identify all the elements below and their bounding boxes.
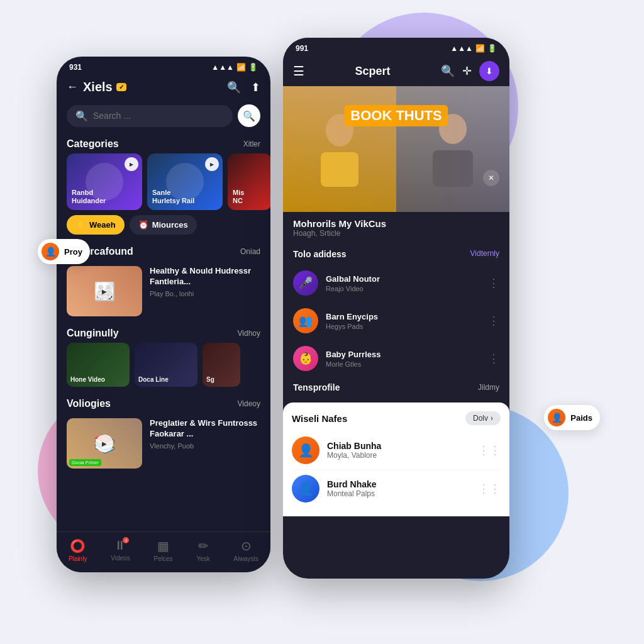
cat-card-1[interactable]: RanbdHuidander ▶ (67, 153, 142, 210)
search-icon-left[interactable]: 🔍 (227, 80, 241, 94)
white-menu-1[interactable]: ⋮⋮ (478, 443, 501, 457)
signal-icon-left: ▲▲▲ (211, 63, 234, 72)
good-filter-badge: Gooa Frtner (69, 459, 101, 466)
white-info-1: Chiab Bunha Moyla, Vablore (327, 441, 470, 460)
list-item-2: 👥 Barn Enycips Hegys Pads ⋮ (283, 302, 509, 340)
featured-thumb: 👨‍👩‍👧‍👦 ▶ (67, 266, 142, 316)
tensprofile-link[interactable]: Jildmy (478, 383, 499, 392)
list-item-3: 👶 Baby Purrless Morle Gtles ⋮ (283, 340, 509, 377)
featured-meta: Play Bo., lonhi (150, 290, 260, 297)
white-avatar-1: 👤 (292, 436, 319, 464)
white-avatar-2: 👤 (292, 475, 319, 502)
cat-title-3: MisNC (233, 189, 244, 205)
list-menu-3[interactable]: ⋮ (488, 352, 499, 365)
list-info-3: Baby Purrless Morle Gtles (326, 350, 480, 368)
right-header: ☰ Scpert 🔍 ✛ ⬇ (283, 56, 509, 86)
cat-card-2[interactable]: SanleHurletsy Rail ▶ (147, 153, 223, 210)
horiz-label-3: Sg (206, 376, 214, 383)
header-icons-left: 🔍 ⬆ (227, 80, 260, 94)
nav-alwaysts[interactable]: ⊙ Alwaysts (234, 538, 258, 562)
list-info-2: Barn Enycips Hegys Pads (326, 312, 480, 330)
voliogies-title-text: Preglatier & Wirs Funtrosss Faokarar ... (150, 418, 260, 440)
white-info-2: Burd Nhake Monteal Palps (327, 479, 470, 498)
close-button[interactable]: ✕ (483, 170, 499, 186)
content-main-sub: Hoagh, Srticle (293, 229, 499, 238)
voliogies-link[interactable]: Videoy (238, 399, 260, 408)
white-sub-2: Monteal Palps (327, 489, 470, 498)
back-button[interactable]: ← (67, 80, 78, 94)
doly-button[interactable]: Dolv › (465, 411, 501, 425)
categories-link[interactable]: Xitler (243, 140, 260, 148)
cunginully-cards: Hone Video Doca Line Sg (57, 343, 270, 387)
paids-label: Paids (570, 413, 592, 423)
search-input[interactable] (93, 111, 224, 121)
list-info-1: Galbal Noutor Reajo Video (326, 274, 480, 292)
wifi-icon-right: 📶 (475, 44, 485, 53)
cunginully-link[interactable]: Vidhoy (238, 329, 260, 338)
nav-plainly[interactable]: ⭕ Plainly (69, 538, 87, 562)
nav-yesk[interactable]: ✏ Yesk (196, 538, 209, 562)
nav-label-videos: Videos (111, 555, 130, 562)
app-logo-badge: ✓ (116, 83, 126, 91)
float-paids-badge: 👤 Paids (544, 405, 600, 430)
search-bar: 🔍 🔍 (67, 104, 260, 127)
badge-dot-videos: 4 (123, 537, 129, 543)
nav-icon-alwaysts: ⊙ (241, 538, 252, 553)
filter-pill-active[interactable]: ⚡ Weaeh (67, 215, 125, 235)
voliogies-thumb: 📚 ▶ Gooa Frtner (67, 418, 142, 469)
horiz-card-1[interactable]: Hone Video (67, 343, 130, 387)
app-name: Xiels (83, 80, 113, 94)
battery-icon-right: 🔋 (487, 44, 497, 53)
white-name-1: Chiab Bunha (327, 441, 470, 451)
float-proy-badge: 👤 Proy (38, 239, 90, 264)
filter-icon-active: ⚡ (75, 220, 86, 230)
categories-row: RanbdHuidander ▶ SanleHurletsy Rail ▶ Mi… (57, 153, 270, 210)
horiz-card-3[interactable]: Sg (203, 343, 240, 387)
status-icons-left: ▲▲▲ 📶 🔋 (211, 63, 258, 72)
download-icon-left[interactable]: ⬆ (251, 80, 260, 94)
white-list-item-1: 👤 Chiab Bunha Moyla, Vablore ⋮⋮ (292, 431, 501, 470)
nav-pelces[interactable]: ▦ Pelces (154, 538, 173, 562)
white-card-header: Wiseli Nafes Dolv › (292, 411, 501, 425)
battery-icon-left: 🔋 (248, 63, 258, 72)
phone-right: 991 ▲▲▲ 📶 🔋 ☰ Scpert 🔍 ✛ ⬇ (283, 38, 509, 579)
download-badge[interactable]: ⬇ (479, 61, 499, 81)
horiz-card-2[interactable]: Doca Line (135, 343, 197, 387)
cat-card-3[interactable]: MisNC (228, 153, 270, 210)
eallercafound-link[interactable]: Oniad (240, 247, 260, 256)
featured-title: Healthy & Nould Hudressr Fantleria... (150, 266, 260, 287)
list-menu-2[interactable]: ⋮ (488, 314, 499, 328)
search-button[interactable]: 🔍 (238, 104, 260, 127)
list-name-1: Galbal Noutor (326, 274, 480, 284)
featured-item: 👨‍👩‍👧‍👦 ▶ Healthy & Nould Hudressr Fantl… (57, 261, 270, 321)
status-bar-right: 991 ▲▲▲ 📶 🔋 (283, 38, 509, 56)
white-sub-1: Moyla, Vablore (327, 451, 470, 460)
add-icon-right[interactable]: ✛ (462, 64, 472, 78)
filter-pill-inactive[interactable]: ⏰ Miources (130, 215, 197, 235)
cunginully-header: Cunginully Vidhoy (57, 321, 270, 343)
nav-icon-plainly: ⭕ (70, 538, 86, 553)
doly-chevron: › (491, 414, 493, 423)
topic-title: Tolo adidess (293, 249, 347, 259)
topic-link[interactable]: Vidternly (470, 249, 499, 259)
categories-title: Categories (67, 138, 119, 150)
white-card-title: Wiseli Nafes (292, 413, 347, 424)
search-icon-inner: 🔍 (75, 110, 88, 122)
wifi-icon-left: 📶 (236, 63, 246, 72)
nav-videos[interactable]: ⏸ 4 Videos (111, 538, 130, 562)
phone-left: 931 ▲▲▲ 📶 🔋 ← Xiels ✓ 🔍 ⬆ (57, 57, 270, 572)
time-right: 991 (296, 44, 308, 53)
doly-label: Dolv (473, 414, 488, 423)
voliogies-play-overlay[interactable]: ▶ (96, 435, 113, 452)
categories-header: Categories Xitler (57, 132, 270, 153)
cunginully-title: Cunginully (67, 328, 119, 339)
search-icon-right[interactable]: 🔍 (441, 64, 455, 78)
list-name-2: Barn Enycips (326, 312, 480, 321)
cat-play-1[interactable]: ▶ (125, 157, 138, 171)
menu-icon-right[interactable]: ☰ (293, 64, 304, 79)
featured-play-overlay[interactable]: ▶ (96, 282, 113, 300)
list-menu-1[interactable]: ⋮ (488, 276, 499, 290)
white-menu-2[interactable]: ⋮⋮ (478, 482, 501, 496)
cat-play-2[interactable]: ▶ (205, 157, 219, 171)
voliogies-item: 📚 ▶ Gooa Frtner Preglatier & Wirs Funtro… (57, 413, 270, 474)
